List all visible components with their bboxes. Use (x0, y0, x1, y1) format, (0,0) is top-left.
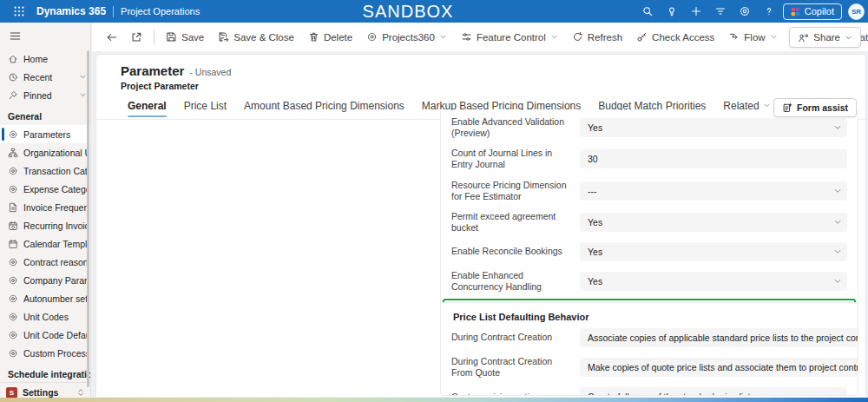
field-control-enable-enhanced-concurrency-handling[interactable]: Yes (580, 272, 847, 291)
command-refresh[interactable]: Refresh (565, 27, 629, 48)
sidebar-item-home[interactable]: Home (0, 49, 90, 68)
sidebar-item-pinned[interactable]: Pinned (0, 86, 90, 104)
field-control-during-contract-creation-from-quote[interactable]: Make copies of quote price lists and ass… (580, 358, 858, 377)
tab-price-list[interactable]: Price List (177, 98, 233, 119)
save-close-icon (218, 31, 229, 43)
field-value: Yes (588, 276, 602, 287)
command-save[interactable]: Save (159, 27, 211, 48)
settings-area-label: Settings (23, 387, 58, 398)
app-title[interactable]: Dynamics 365 (36, 5, 106, 17)
sidebar-item-recent[interactable]: Recent (0, 68, 90, 86)
sidebar-item-organizational-un[interactable]: Organizational Un... (0, 143, 90, 161)
field-control-during-contract-creation[interactable]: Associate copies of applicable standard … (580, 328, 858, 347)
command-flow[interactable]: Flow (721, 27, 784, 48)
chevron-down-icon (833, 123, 842, 132)
user-avatar[interactable]: SR (848, 3, 865, 20)
field-label: During Contract Creation From Quote (451, 356, 571, 379)
field-control-count-of-journal-lines-in-entry-journal[interactable]: 30 (580, 149, 847, 168)
field-label: Enable Reconcile Bookings (451, 246, 571, 257)
field-label: Permit exceed agreement bucket (451, 211, 571, 234)
command-save-close[interactable]: Save & Close (211, 27, 301, 48)
command-label: Check Access (652, 32, 714, 43)
record-entity-type: Project Parameter (121, 81, 865, 91)
settings-icon (739, 5, 751, 17)
sidebar-item-label: Organizational Un... (23, 148, 87, 158)
collapse-sitemap-button[interactable] (0, 23, 90, 49)
flow-icon (728, 31, 740, 43)
record-save-state: - Unsaved (189, 67, 231, 77)
feature-control-icon (461, 31, 472, 43)
topbar-actions: CopilotSR (637, 0, 865, 23)
command-projects360[interactable]: Projects360 (359, 27, 454, 48)
command-check-access[interactable]: Check Access (629, 27, 721, 48)
command-delete[interactable]: Delete (301, 27, 359, 48)
popout-icon (130, 31, 142, 43)
sidebar-item-contract-reason-c[interactable]: Contract reason c... (0, 253, 90, 271)
sidebar-item-transaction-categ[interactable]: Transaction Categ... (0, 161, 90, 180)
refresh-icon (572, 31, 583, 43)
command-separator (154, 30, 155, 44)
field-label: Resource Pricing Dimension for Fee Estim… (451, 180, 571, 202)
form-row: Resource Pricing Dimension for Fee Estim… (451, 175, 847, 207)
sidebar-item-expense-categories[interactable]: Expense Categories (0, 180, 90, 198)
field-label: Custom pricing options (451, 392, 571, 396)
sidebar-item-label: Recent (23, 72, 74, 82)
chevron-down-icon (79, 91, 87, 99)
lightbulb-button[interactable] (661, 2, 682, 21)
lightbulb-icon (666, 5, 678, 17)
document-icon (8, 202, 18, 213)
field-control-enable-advanced-validation-preview-[interactable]: Yes (580, 118, 847, 137)
open-in-new-window-button[interactable] (125, 27, 148, 48)
sidebar-item-label: Contract reason c... (23, 257, 87, 267)
sidebar-item-calendar-templates[interactable]: Calendar Templates (0, 234, 90, 253)
filter-button[interactable] (710, 2, 731, 21)
back-button[interactable] (101, 27, 123, 48)
form-row: Count of Journal Lines in Entry Journal3… (451, 143, 847, 175)
share-button[interactable]: Share (789, 27, 861, 48)
share-icon (798, 32, 809, 43)
form-row: Enable Reconcile BookingsYes (451, 238, 847, 266)
chevron-down-icon (439, 33, 447, 41)
command-label: Delete (324, 32, 352, 43)
sidebar-item-unit-codes[interactable]: Unit Codes (0, 307, 90, 326)
add-button[interactable] (686, 2, 707, 21)
field-control-enable-reconcile-bookings[interactable]: Yes (580, 242, 847, 261)
help-button[interactable] (759, 2, 779, 21)
chevron-down-icon (833, 187, 842, 195)
settings-icon (8, 348, 18, 359)
tab-amount-based-pricing-dimensions[interactable]: Amount Based Pricing Dimensions (237, 98, 411, 119)
form-assist-button[interactable]: Form assist (773, 98, 857, 117)
field-label: During Contract Creation (451, 332, 571, 343)
field-value: Yes (588, 122, 602, 133)
chevron-down-icon (550, 33, 558, 41)
sidebar-item-invoice-frequencies[interactable]: Invoice Frequencies (0, 198, 90, 216)
tab-general[interactable]: General (121, 98, 174, 119)
sidebar-item-unit-code-default[interactable]: Unit Code Default... (0, 326, 90, 344)
sidebar-item-autonumber-setti[interactable]: Autonumber setti... (0, 289, 90, 307)
settings-icon (8, 257, 18, 267)
sidebar-scrollbar[interactable] (87, 50, 90, 387)
app-launcher-waffle-icon[interactable] (9, 2, 30, 21)
recent-icon (8, 72, 18, 82)
add-icon (690, 5, 702, 17)
search-button[interactable] (637, 2, 658, 21)
sidebar-item-label: Autonumber setti... (23, 293, 87, 304)
command-label: Save & Close (233, 32, 294, 43)
app-window: Dynamics 365 Project Operations SANDBOX … (0, 0, 868, 402)
command-feature-control[interactable]: Feature Control (454, 27, 565, 48)
sidebar-item-custom-process-e[interactable]: Custom Process E... (0, 344, 90, 362)
app-area-label[interactable]: Project Operations (121, 6, 200, 16)
copilot-button[interactable]: Copilot (783, 3, 842, 20)
settings-button[interactable] (734, 2, 755, 21)
chevron-down-icon (833, 218, 842, 227)
sidebar-item-recurring-invoice[interactable]: Recurring Invoice ... (0, 216, 90, 234)
sidebar-item-list: HomeRecentPinnedGeneralParametersOrganiz… (0, 49, 90, 382)
field-control-resource-pricing-dimension-for-fee-estimator[interactable]: --- (580, 181, 847, 201)
field-control-custom-pricing-options[interactable]: Create full copy of the standard price l… (580, 387, 847, 396)
field-control-permit-exceed-agreement-bucket[interactable]: Yes (580, 213, 847, 232)
sidebar-item-label: Unit Code Default... (23, 330, 87, 340)
form-assist-icon (782, 102, 792, 113)
sidebar-item-parameters[interactable]: Parameters (0, 125, 90, 143)
tab-label: Amount Based Pricing Dimensions (244, 100, 404, 112)
sidebar-item-company-parame[interactable]: Company Parame... (0, 271, 90, 289)
